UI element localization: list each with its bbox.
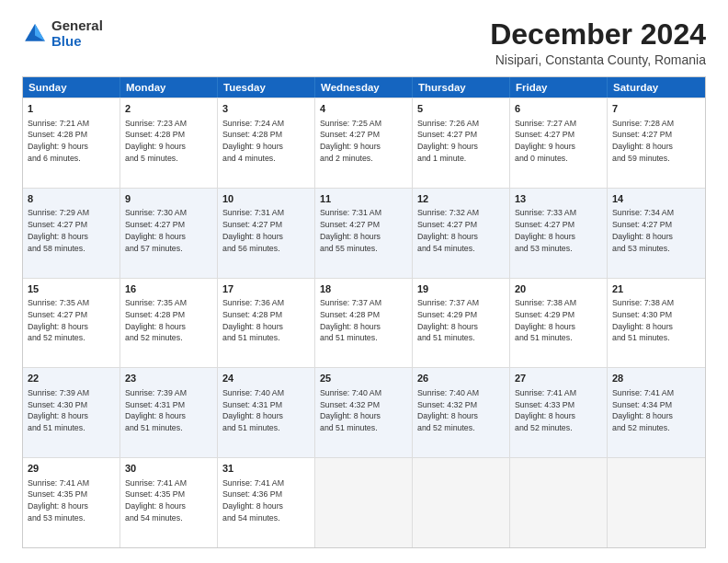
day-number: 25 [320,372,407,385]
day-number: 10 [222,192,310,206]
day-number: 20 [515,282,602,296]
cell-info: Sunrise: 7:41 AMSunset: 4:34 PMDaylight:… [612,387,700,434]
cell-info: Sunrise: 7:37 AMSunset: 4:29 PMDaylight:… [417,297,505,344]
day-cell-11: 11Sunrise: 7:31 AMSunset: 4:27 PMDayligh… [315,189,413,278]
day-cell-28: 28Sunrise: 7:41 AMSunset: 4:34 PMDayligh… [608,368,705,457]
logo-general-text: General [51,18,103,34]
day-number: 5 [417,102,505,116]
subtitle: Nisipari, Constanta County, Romania [490,52,706,67]
day-number: 7 [612,102,700,116]
day-number: 17 [222,282,310,296]
cell-info: Sunrise: 7:32 AMSunset: 4:27 PMDaylight:… [417,207,505,254]
cell-info: Sunrise: 7:29 AMSunset: 4:27 PMDaylight:… [28,207,115,254]
cell-info: Sunrise: 7:24 AMSunset: 4:28 PMDaylight:… [222,118,310,165]
header-day-friday: Friday [510,77,608,98]
calendar-header: SundayMondayTuesdayWednesdayThursdayFrid… [23,77,705,98]
cell-info: Sunrise: 7:39 AMSunset: 4:30 PMDaylight:… [28,387,115,434]
day-cell-3: 3Sunrise: 7:24 AMSunset: 4:28 PMDaylight… [218,98,315,188]
calendar-row-5: 29Sunrise: 7:41 AMSunset: 4:35 PMDayligh… [23,457,705,547]
day-cell-14: 14Sunrise: 7:34 AMSunset: 4:27 PMDayligh… [608,189,705,278]
cell-info: Sunrise: 7:39 AMSunset: 4:31 PMDaylight:… [125,387,212,434]
cell-info: Sunrise: 7:41 AMSunset: 4:35 PMDaylight:… [125,477,212,524]
day-number: 11 [320,192,407,206]
cell-info: Sunrise: 7:41 AMSunset: 4:33 PMDaylight:… [515,387,602,434]
day-cell-17: 17Sunrise: 7:36 AMSunset: 4:28 PMDayligh… [218,279,315,368]
day-cell-26: 26Sunrise: 7:40 AMSunset: 4:32 PMDayligh… [413,368,510,457]
cell-info: Sunrise: 7:25 AMSunset: 4:27 PMDaylight:… [320,118,407,165]
day-number: 1 [28,102,115,116]
cell-info: Sunrise: 7:41 AMSunset: 4:35 PMDaylight:… [28,477,115,524]
empty-cell [413,458,510,547]
day-cell-25: 25Sunrise: 7:40 AMSunset: 4:32 PMDayligh… [315,368,413,457]
day-number: 9 [125,192,212,206]
cell-info: Sunrise: 7:38 AMSunset: 4:29 PMDaylight:… [515,297,602,344]
cell-info: Sunrise: 7:28 AMSunset: 4:27 PMDaylight:… [612,118,700,165]
calendar: SundayMondayTuesdayWednesdayThursdayFrid… [22,76,706,548]
day-cell-18: 18Sunrise: 7:37 AMSunset: 4:28 PMDayligh… [315,279,413,368]
header: General Blue December 2024 Nisipari, Con… [22,18,706,67]
day-number: 15 [28,282,115,296]
day-number: 24 [222,372,310,385]
cell-info: Sunrise: 7:21 AMSunset: 4:28 PMDaylight:… [28,118,115,165]
page: General Blue December 2024 Nisipari, Con… [0,0,728,563]
cell-info: Sunrise: 7:26 AMSunset: 4:27 PMDaylight:… [417,118,505,165]
day-number: 23 [125,372,212,385]
calendar-body: 1Sunrise: 7:21 AMSunset: 4:28 PMDaylight… [23,98,705,547]
day-cell-20: 20Sunrise: 7:38 AMSunset: 4:29 PMDayligh… [510,279,608,368]
cell-info: Sunrise: 7:40 AMSunset: 4:32 PMDaylight:… [320,387,407,434]
header-day-wednesday: Wednesday [315,77,413,98]
day-number: 31 [222,462,310,476]
day-number: 28 [612,372,700,385]
day-number: 27 [515,372,602,385]
day-cell-27: 27Sunrise: 7:41 AMSunset: 4:33 PMDayligh… [510,368,608,457]
calendar-row-4: 22Sunrise: 7:39 AMSunset: 4:30 PMDayligh… [23,367,705,457]
day-number: 12 [417,192,505,206]
cell-info: Sunrise: 7:35 AMSunset: 4:27 PMDaylight:… [28,297,115,344]
day-number: 8 [28,192,115,206]
cell-info: Sunrise: 7:40 AMSunset: 4:32 PMDaylight:… [417,387,505,434]
calendar-row-1: 1Sunrise: 7:21 AMSunset: 4:28 PMDaylight… [23,98,705,188]
header-day-sunday: Sunday [23,77,120,98]
day-cell-5: 5Sunrise: 7:26 AMSunset: 4:27 PMDaylight… [413,98,510,188]
cell-info: Sunrise: 7:37 AMSunset: 4:28 PMDaylight:… [320,297,407,344]
day-number: 3 [222,102,310,116]
cell-info: Sunrise: 7:33 AMSunset: 4:27 PMDaylight:… [515,207,602,254]
day-cell-30: 30Sunrise: 7:41 AMSunset: 4:35 PMDayligh… [120,458,218,547]
cell-info: Sunrise: 7:34 AMSunset: 4:27 PMDaylight:… [612,207,700,254]
logo-blue-text: Blue [51,34,103,50]
cell-info: Sunrise: 7:38 AMSunset: 4:30 PMDaylight:… [612,297,700,344]
day-cell-10: 10Sunrise: 7:31 AMSunset: 4:27 PMDayligh… [218,189,315,278]
title-block: December 2024 Nisipari, Constanta County… [490,18,706,67]
main-title: December 2024 [490,18,706,51]
day-cell-9: 9Sunrise: 7:30 AMSunset: 4:27 PMDaylight… [120,189,218,278]
day-cell-15: 15Sunrise: 7:35 AMSunset: 4:27 PMDayligh… [23,279,120,368]
logo: General Blue [22,18,103,49]
cell-info: Sunrise: 7:30 AMSunset: 4:27 PMDaylight:… [125,207,212,254]
cell-info: Sunrise: 7:31 AMSunset: 4:27 PMDaylight:… [222,207,310,254]
day-cell-16: 16Sunrise: 7:35 AMSunset: 4:28 PMDayligh… [120,279,218,368]
day-cell-22: 22Sunrise: 7:39 AMSunset: 4:30 PMDayligh… [23,368,120,457]
day-cell-7: 7Sunrise: 7:28 AMSunset: 4:27 PMDaylight… [608,98,705,188]
day-cell-2: 2Sunrise: 7:23 AMSunset: 4:28 PMDaylight… [120,98,218,188]
empty-cell [315,458,413,547]
day-number: 6 [515,102,602,116]
day-number: 29 [28,462,115,476]
header-day-saturday: Saturday [608,77,705,98]
cell-info: Sunrise: 7:27 AMSunset: 4:27 PMDaylight:… [515,118,602,165]
day-number: 22 [28,372,115,385]
calendar-row-3: 15Sunrise: 7:35 AMSunset: 4:27 PMDayligh… [23,278,705,368]
day-cell-21: 21Sunrise: 7:38 AMSunset: 4:30 PMDayligh… [608,279,705,368]
day-number: 16 [125,282,212,296]
day-cell-31: 31Sunrise: 7:41 AMSunset: 4:36 PMDayligh… [218,458,315,547]
cell-info: Sunrise: 7:36 AMSunset: 4:28 PMDaylight:… [222,297,310,344]
empty-cell [608,458,705,547]
day-cell-19: 19Sunrise: 7:37 AMSunset: 4:29 PMDayligh… [413,279,510,368]
day-cell-12: 12Sunrise: 7:32 AMSunset: 4:27 PMDayligh… [413,189,510,278]
cell-info: Sunrise: 7:23 AMSunset: 4:28 PMDaylight:… [125,118,212,165]
cell-info: Sunrise: 7:40 AMSunset: 4:31 PMDaylight:… [222,387,310,434]
day-cell-1: 1Sunrise: 7:21 AMSunset: 4:28 PMDaylight… [23,98,120,188]
cell-info: Sunrise: 7:35 AMSunset: 4:28 PMDaylight:… [125,297,212,344]
day-number: 30 [125,462,212,476]
day-cell-6: 6Sunrise: 7:27 AMSunset: 4:27 PMDaylight… [510,98,608,188]
day-number: 4 [320,102,407,116]
